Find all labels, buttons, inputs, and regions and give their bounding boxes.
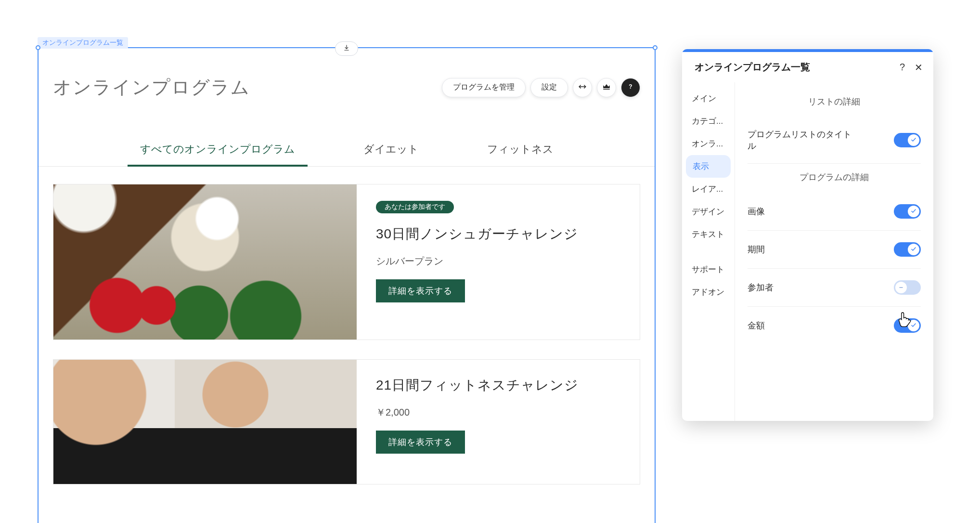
program-title: 21日間フィットネスチャレンジ: [376, 376, 579, 394]
program-subtitle: シルバープラン: [376, 255, 578, 268]
sidenav-layout[interactable]: レイア...: [682, 178, 735, 200]
check-icon: [911, 207, 916, 216]
program-card[interactable]: あなたは参加者です 30日間ノンシュガーチャレンジ シルバープラン 詳細を表示す…: [53, 184, 640, 340]
widget-title: オンラインプログラム: [53, 75, 250, 100]
toggle-knob: [908, 320, 919, 331]
toggle-knob: [908, 206, 919, 217]
sidenav-design[interactable]: デザイン: [682, 200, 735, 223]
toggle-knob: [895, 282, 907, 293]
tab-all[interactable]: すべてのオンラインプログラム: [128, 142, 308, 166]
sidenav-addons[interactable]: アドオン: [682, 281, 735, 303]
participant-badge: あなたは参加者です: [376, 201, 454, 213]
toggle-label: 画像: [748, 206, 765, 217]
program-body: 21日間フィットネスチャレンジ ￥2,000 詳細を表示する: [357, 360, 598, 484]
check-icon: [911, 136, 916, 144]
help-button[interactable]: ?: [621, 78, 640, 97]
panel-help-icon[interactable]: ?: [900, 62, 905, 73]
program-body: あなたは参加者です 30日間ノンシュガーチャレンジ シルバープラン 詳細を表示す…: [357, 184, 597, 340]
sidenav-text[interactable]: テキスト: [682, 223, 735, 246]
download-pill[interactable]: [335, 41, 358, 56]
panel-header: オンラインプログラム一覧 ? ✕: [682, 52, 933, 82]
sidenav-support[interactable]: サポート: [682, 258, 735, 281]
sidenav-online[interactable]: オンラ...: [682, 132, 735, 155]
toggle-label: プログラムリストのタイトル: [748, 129, 858, 152]
panel-sidenav: メイン カテゴ... オンラ... 表示 レイア... デザイン テキスト サポ…: [682, 82, 735, 421]
tab-diet[interactable]: ダイエット: [351, 142, 431, 166]
toggle-label: 金額: [748, 320, 765, 331]
toggle-list-title[interactable]: [894, 133, 921, 147]
question-icon: ?: [626, 82, 635, 93]
header-controls: プログラムを管理 設定 ?: [442, 78, 640, 97]
selection-label: オンラインプログラム一覧: [38, 37, 128, 49]
sidenav-categories[interactable]: カテゴ...: [682, 110, 735, 132]
sidenav-main[interactable]: メイン: [682, 87, 735, 110]
manage-programs-button[interactable]: プログラムを管理: [442, 78, 526, 97]
resize-handle-top-left[interactable]: [36, 45, 40, 50]
stretch-icon: [578, 82, 587, 93]
minus-icon: [898, 285, 904, 290]
crown-button[interactable]: [597, 78, 616, 97]
check-icon: [911, 321, 916, 330]
toggle-row-price: 金額: [748, 307, 921, 344]
program-image: [53, 184, 357, 340]
section-title-program: プログラムの詳細: [748, 164, 921, 193]
close-icon[interactable]: ✕: [915, 62, 923, 73]
download-icon: [343, 44, 350, 53]
toggle-knob: [908, 134, 919, 146]
category-tabs: すべてのオンラインプログラム ダイエット フィットネス: [39, 142, 655, 167]
widget-canvas[interactable]: オンラインプログラム プログラムを管理 設定 ? すべてのオンラインプログラム: [38, 47, 656, 523]
toggle-knob: [908, 244, 919, 255]
toggle-price[interactable]: [894, 318, 921, 333]
program-cards: あなたは参加者です 30日間ノンシュガーチャレンジ シルバープラン 詳細を表示す…: [39, 167, 655, 484]
program-image: [53, 360, 357, 484]
program-card[interactable]: 21日間フィットネスチャレンジ ￥2,000 詳細を表示する: [53, 359, 640, 484]
toggle-label: 参加者: [748, 282, 774, 293]
section-title-list: リストの詳細: [748, 88, 921, 117]
check-icon: [911, 245, 916, 254]
resize-handle-top-right[interactable]: [653, 45, 658, 50]
settings-content: リストの詳細 プログラムリストのタイトル プログラムの詳細 画像 期間: [735, 82, 933, 421]
crown-icon: [602, 82, 611, 93]
toggle-duration[interactable]: [894, 242, 921, 257]
program-price: ￥2,000: [376, 406, 579, 419]
view-details-button[interactable]: 詳細を表示する: [376, 431, 465, 454]
toggle-label: 期間: [748, 244, 765, 255]
toggle-image[interactable]: [894, 204, 921, 219]
toggle-row-participants: 参加者: [748, 269, 921, 307]
widget-settings-button[interactable]: 設定: [530, 78, 568, 97]
panel-title: オンラインプログラム一覧: [695, 61, 810, 74]
sidenav-display[interactable]: 表示: [686, 155, 731, 178]
widget-header: オンラインプログラム プログラムを管理 設定 ?: [39, 48, 655, 100]
toggle-row-list-title: プログラムリストのタイトル: [748, 117, 921, 164]
toggle-row-image: 画像: [748, 193, 921, 231]
settings-panel: オンラインプログラム一覧 ? ✕ メイン カテゴ... オンラ... 表示 レイ…: [682, 49, 933, 421]
stretch-button[interactable]: [573, 78, 592, 97]
toggle-row-duration: 期間: [748, 231, 921, 269]
view-details-button[interactable]: 詳細を表示する: [376, 279, 465, 302]
tab-fitness[interactable]: フィットネス: [475, 142, 566, 166]
program-title: 30日間ノンシュガーチャレンジ: [376, 225, 578, 243]
svg-text:?: ?: [629, 83, 632, 90]
toggle-participants[interactable]: [894, 280, 921, 295]
